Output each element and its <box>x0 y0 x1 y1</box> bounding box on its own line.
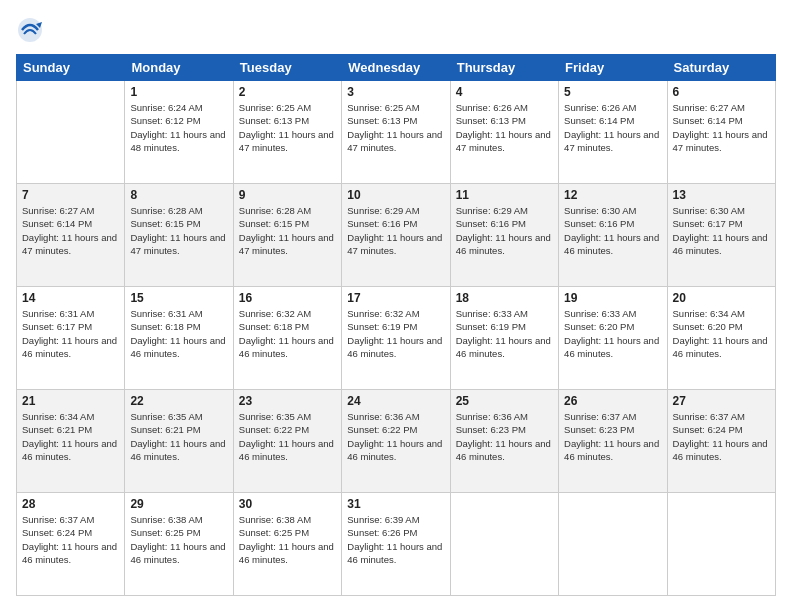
calendar-week-row: 1Sunrise: 6:24 AM Sunset: 6:12 PM Daylig… <box>17 81 776 184</box>
day-number: 3 <box>347 85 444 99</box>
day-number: 14 <box>22 291 119 305</box>
calendar-cell: 17Sunrise: 6:32 AM Sunset: 6:19 PM Dayli… <box>342 287 450 390</box>
cell-details: Sunrise: 6:33 AM Sunset: 6:19 PM Dayligh… <box>456 307 553 360</box>
day-number: 1 <box>130 85 227 99</box>
day-number: 9 <box>239 188 336 202</box>
calendar-cell: 31Sunrise: 6:39 AM Sunset: 6:26 PM Dayli… <box>342 493 450 596</box>
cell-details: Sunrise: 6:34 AM Sunset: 6:21 PM Dayligh… <box>22 410 119 463</box>
calendar-cell: 23Sunrise: 6:35 AM Sunset: 6:22 PM Dayli… <box>233 390 341 493</box>
calendar-cell: 19Sunrise: 6:33 AM Sunset: 6:20 PM Dayli… <box>559 287 667 390</box>
day-number: 22 <box>130 394 227 408</box>
calendar-cell: 3Sunrise: 6:25 AM Sunset: 6:13 PM Daylig… <box>342 81 450 184</box>
day-number: 7 <box>22 188 119 202</box>
cell-details: Sunrise: 6:33 AM Sunset: 6:20 PM Dayligh… <box>564 307 661 360</box>
calendar-week-row: 28Sunrise: 6:37 AM Sunset: 6:24 PM Dayli… <box>17 493 776 596</box>
calendar-week-row: 14Sunrise: 6:31 AM Sunset: 6:17 PM Dayli… <box>17 287 776 390</box>
weekday-header: Thursday <box>450 55 558 81</box>
day-number: 16 <box>239 291 336 305</box>
calendar-cell: 11Sunrise: 6:29 AM Sunset: 6:16 PM Dayli… <box>450 184 558 287</box>
calendar-table: SundayMondayTuesdayWednesdayThursdayFrid… <box>16 54 776 596</box>
calendar-cell: 25Sunrise: 6:36 AM Sunset: 6:23 PM Dayli… <box>450 390 558 493</box>
calendar-cell: 29Sunrise: 6:38 AM Sunset: 6:25 PM Dayli… <box>125 493 233 596</box>
cell-details: Sunrise: 6:24 AM Sunset: 6:12 PM Dayligh… <box>130 101 227 154</box>
day-number: 21 <box>22 394 119 408</box>
day-number: 25 <box>456 394 553 408</box>
cell-details: Sunrise: 6:27 AM Sunset: 6:14 PM Dayligh… <box>22 204 119 257</box>
cell-details: Sunrise: 6:38 AM Sunset: 6:25 PM Dayligh… <box>239 513 336 566</box>
calendar-cell: 9Sunrise: 6:28 AM Sunset: 6:15 PM Daylig… <box>233 184 341 287</box>
cell-details: Sunrise: 6:28 AM Sunset: 6:15 PM Dayligh… <box>130 204 227 257</box>
day-number: 12 <box>564 188 661 202</box>
calendar-cell <box>450 493 558 596</box>
day-number: 20 <box>673 291 770 305</box>
calendar-cell: 15Sunrise: 6:31 AM Sunset: 6:18 PM Dayli… <box>125 287 233 390</box>
day-number: 11 <box>456 188 553 202</box>
day-number: 30 <box>239 497 336 511</box>
calendar-cell: 4Sunrise: 6:26 AM Sunset: 6:13 PM Daylig… <box>450 81 558 184</box>
calendar-cell: 26Sunrise: 6:37 AM Sunset: 6:23 PM Dayli… <box>559 390 667 493</box>
calendar-cell: 16Sunrise: 6:32 AM Sunset: 6:18 PM Dayli… <box>233 287 341 390</box>
cell-details: Sunrise: 6:36 AM Sunset: 6:22 PM Dayligh… <box>347 410 444 463</box>
cell-details: Sunrise: 6:37 AM Sunset: 6:23 PM Dayligh… <box>564 410 661 463</box>
calendar-cell: 12Sunrise: 6:30 AM Sunset: 6:16 PM Dayli… <box>559 184 667 287</box>
day-number: 6 <box>673 85 770 99</box>
cell-details: Sunrise: 6:26 AM Sunset: 6:14 PM Dayligh… <box>564 101 661 154</box>
calendar-cell: 20Sunrise: 6:34 AM Sunset: 6:20 PM Dayli… <box>667 287 775 390</box>
cell-details: Sunrise: 6:30 AM Sunset: 6:16 PM Dayligh… <box>564 204 661 257</box>
cell-details: Sunrise: 6:30 AM Sunset: 6:17 PM Dayligh… <box>673 204 770 257</box>
calendar-cell: 22Sunrise: 6:35 AM Sunset: 6:21 PM Dayli… <box>125 390 233 493</box>
calendar-cell: 21Sunrise: 6:34 AM Sunset: 6:21 PM Dayli… <box>17 390 125 493</box>
cell-details: Sunrise: 6:26 AM Sunset: 6:13 PM Dayligh… <box>456 101 553 154</box>
day-number: 28 <box>22 497 119 511</box>
calendar-cell: 6Sunrise: 6:27 AM Sunset: 6:14 PM Daylig… <box>667 81 775 184</box>
calendar-cell <box>17 81 125 184</box>
calendar-cell: 5Sunrise: 6:26 AM Sunset: 6:14 PM Daylig… <box>559 81 667 184</box>
calendar-cell <box>559 493 667 596</box>
cell-details: Sunrise: 6:25 AM Sunset: 6:13 PM Dayligh… <box>239 101 336 154</box>
weekday-header: Monday <box>125 55 233 81</box>
cell-details: Sunrise: 6:35 AM Sunset: 6:21 PM Dayligh… <box>130 410 227 463</box>
calendar-cell: 24Sunrise: 6:36 AM Sunset: 6:22 PM Dayli… <box>342 390 450 493</box>
calendar-week-row: 7Sunrise: 6:27 AM Sunset: 6:14 PM Daylig… <box>17 184 776 287</box>
calendar-cell: 28Sunrise: 6:37 AM Sunset: 6:24 PM Dayli… <box>17 493 125 596</box>
weekday-header: Tuesday <box>233 55 341 81</box>
day-number: 4 <box>456 85 553 99</box>
logo <box>16 16 48 44</box>
calendar-cell: 14Sunrise: 6:31 AM Sunset: 6:17 PM Dayli… <box>17 287 125 390</box>
calendar-cell: 2Sunrise: 6:25 AM Sunset: 6:13 PM Daylig… <box>233 81 341 184</box>
cell-details: Sunrise: 6:32 AM Sunset: 6:18 PM Dayligh… <box>239 307 336 360</box>
day-number: 19 <box>564 291 661 305</box>
cell-details: Sunrise: 6:37 AM Sunset: 6:24 PM Dayligh… <box>22 513 119 566</box>
cell-details: Sunrise: 6:36 AM Sunset: 6:23 PM Dayligh… <box>456 410 553 463</box>
calendar-cell: 8Sunrise: 6:28 AM Sunset: 6:15 PM Daylig… <box>125 184 233 287</box>
calendar-page: SundayMondayTuesdayWednesdayThursdayFrid… <box>0 0 792 612</box>
calendar-cell: 18Sunrise: 6:33 AM Sunset: 6:19 PM Dayli… <box>450 287 558 390</box>
day-number: 15 <box>130 291 227 305</box>
logo-icon <box>16 16 44 44</box>
day-number: 26 <box>564 394 661 408</box>
weekday-header: Friday <box>559 55 667 81</box>
weekday-header: Wednesday <box>342 55 450 81</box>
header <box>16 16 776 44</box>
weekday-header: Saturday <box>667 55 775 81</box>
day-number: 24 <box>347 394 444 408</box>
day-number: 18 <box>456 291 553 305</box>
cell-details: Sunrise: 6:31 AM Sunset: 6:17 PM Dayligh… <box>22 307 119 360</box>
cell-details: Sunrise: 6:28 AM Sunset: 6:15 PM Dayligh… <box>239 204 336 257</box>
calendar-cell: 27Sunrise: 6:37 AM Sunset: 6:24 PM Dayli… <box>667 390 775 493</box>
day-number: 17 <box>347 291 444 305</box>
calendar-cell: 30Sunrise: 6:38 AM Sunset: 6:25 PM Dayli… <box>233 493 341 596</box>
day-number: 31 <box>347 497 444 511</box>
cell-details: Sunrise: 6:31 AM Sunset: 6:18 PM Dayligh… <box>130 307 227 360</box>
cell-details: Sunrise: 6:29 AM Sunset: 6:16 PM Dayligh… <box>347 204 444 257</box>
cell-details: Sunrise: 6:25 AM Sunset: 6:13 PM Dayligh… <box>347 101 444 154</box>
day-number: 23 <box>239 394 336 408</box>
day-number: 13 <box>673 188 770 202</box>
cell-details: Sunrise: 6:27 AM Sunset: 6:14 PM Dayligh… <box>673 101 770 154</box>
calendar-cell: 13Sunrise: 6:30 AM Sunset: 6:17 PM Dayli… <box>667 184 775 287</box>
cell-details: Sunrise: 6:35 AM Sunset: 6:22 PM Dayligh… <box>239 410 336 463</box>
cell-details: Sunrise: 6:34 AM Sunset: 6:20 PM Dayligh… <box>673 307 770 360</box>
cell-details: Sunrise: 6:29 AM Sunset: 6:16 PM Dayligh… <box>456 204 553 257</box>
calendar-header-row: SundayMondayTuesdayWednesdayThursdayFrid… <box>17 55 776 81</box>
calendar-cell: 10Sunrise: 6:29 AM Sunset: 6:16 PM Dayli… <box>342 184 450 287</box>
